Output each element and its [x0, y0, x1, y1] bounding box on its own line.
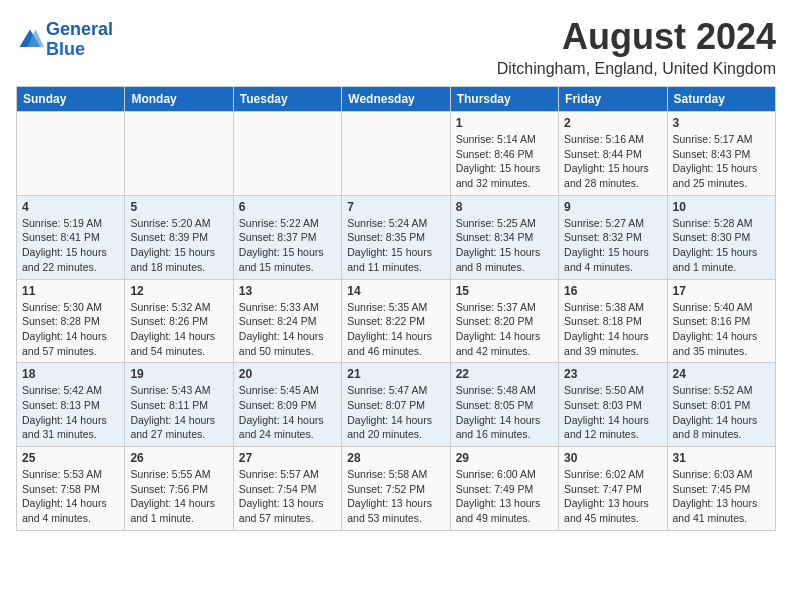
day-number: 17	[673, 284, 770, 298]
day-detail: Sunrise: 5:25 AM Sunset: 8:34 PM Dayligh…	[456, 216, 553, 275]
main-title: August 2024	[497, 16, 776, 58]
column-header-tuesday: Tuesday	[233, 87, 341, 112]
column-header-thursday: Thursday	[450, 87, 558, 112]
calendar-week-row: 11Sunrise: 5:30 AM Sunset: 8:28 PM Dayli…	[17, 279, 776, 363]
day-detail: Sunrise: 5:17 AM Sunset: 8:43 PM Dayligh…	[673, 132, 770, 191]
calendar-cell: 21Sunrise: 5:47 AM Sunset: 8:07 PM Dayli…	[342, 363, 450, 447]
column-header-friday: Friday	[559, 87, 667, 112]
calendar-cell: 2Sunrise: 5:16 AM Sunset: 8:44 PM Daylig…	[559, 112, 667, 196]
calendar-cell: 6Sunrise: 5:22 AM Sunset: 8:37 PM Daylig…	[233, 195, 341, 279]
day-detail: Sunrise: 5:58 AM Sunset: 7:52 PM Dayligh…	[347, 467, 444, 526]
day-number: 20	[239, 367, 336, 381]
calendar-cell: 28Sunrise: 5:58 AM Sunset: 7:52 PM Dayli…	[342, 447, 450, 531]
calendar-header-row: SundayMondayTuesdayWednesdayThursdayFrid…	[17, 87, 776, 112]
calendar-cell	[125, 112, 233, 196]
calendar-cell: 17Sunrise: 5:40 AM Sunset: 8:16 PM Dayli…	[667, 279, 775, 363]
day-number: 27	[239, 451, 336, 465]
day-detail: Sunrise: 5:28 AM Sunset: 8:30 PM Dayligh…	[673, 216, 770, 275]
day-number: 14	[347, 284, 444, 298]
calendar-cell: 30Sunrise: 6:02 AM Sunset: 7:47 PM Dayli…	[559, 447, 667, 531]
day-number: 12	[130, 284, 227, 298]
day-detail: Sunrise: 5:57 AM Sunset: 7:54 PM Dayligh…	[239, 467, 336, 526]
calendar-week-row: 4Sunrise: 5:19 AM Sunset: 8:41 PM Daylig…	[17, 195, 776, 279]
calendar-cell: 19Sunrise: 5:43 AM Sunset: 8:11 PM Dayli…	[125, 363, 233, 447]
day-detail: Sunrise: 5:53 AM Sunset: 7:58 PM Dayligh…	[22, 467, 119, 526]
calendar-cell: 10Sunrise: 5:28 AM Sunset: 8:30 PM Dayli…	[667, 195, 775, 279]
calendar-cell: 16Sunrise: 5:38 AM Sunset: 8:18 PM Dayli…	[559, 279, 667, 363]
column-header-saturday: Saturday	[667, 87, 775, 112]
day-number: 25	[22, 451, 119, 465]
day-detail: Sunrise: 5:35 AM Sunset: 8:22 PM Dayligh…	[347, 300, 444, 359]
calendar-week-row: 1Sunrise: 5:14 AM Sunset: 8:46 PM Daylig…	[17, 112, 776, 196]
calendar-cell: 7Sunrise: 5:24 AM Sunset: 8:35 PM Daylig…	[342, 195, 450, 279]
day-number: 16	[564, 284, 661, 298]
calendar-cell: 27Sunrise: 5:57 AM Sunset: 7:54 PM Dayli…	[233, 447, 341, 531]
calendar-cell: 14Sunrise: 5:35 AM Sunset: 8:22 PM Dayli…	[342, 279, 450, 363]
subtitle: Ditchingham, England, United Kingdom	[497, 60, 776, 78]
day-detail: Sunrise: 6:00 AM Sunset: 7:49 PM Dayligh…	[456, 467, 553, 526]
logo-icon	[16, 26, 44, 54]
day-detail: Sunrise: 6:03 AM Sunset: 7:45 PM Dayligh…	[673, 467, 770, 526]
day-number: 21	[347, 367, 444, 381]
day-detail: Sunrise: 5:37 AM Sunset: 8:20 PM Dayligh…	[456, 300, 553, 359]
calendar-cell: 24Sunrise: 5:52 AM Sunset: 8:01 PM Dayli…	[667, 363, 775, 447]
day-detail: Sunrise: 5:30 AM Sunset: 8:28 PM Dayligh…	[22, 300, 119, 359]
day-number: 2	[564, 116, 661, 130]
calendar-cell	[233, 112, 341, 196]
day-number: 28	[347, 451, 444, 465]
calendar-cell: 29Sunrise: 6:00 AM Sunset: 7:49 PM Dayli…	[450, 447, 558, 531]
day-detail: Sunrise: 5:33 AM Sunset: 8:24 PM Dayligh…	[239, 300, 336, 359]
day-detail: Sunrise: 5:27 AM Sunset: 8:32 PM Dayligh…	[564, 216, 661, 275]
calendar-cell: 4Sunrise: 5:19 AM Sunset: 8:41 PM Daylig…	[17, 195, 125, 279]
day-number: 8	[456, 200, 553, 214]
day-detail: Sunrise: 5:32 AM Sunset: 8:26 PM Dayligh…	[130, 300, 227, 359]
day-number: 10	[673, 200, 770, 214]
calendar-cell: 23Sunrise: 5:50 AM Sunset: 8:03 PM Dayli…	[559, 363, 667, 447]
day-number: 24	[673, 367, 770, 381]
logo-text: General Blue	[46, 20, 113, 60]
day-number: 3	[673, 116, 770, 130]
column-header-sunday: Sunday	[17, 87, 125, 112]
calendar-cell: 5Sunrise: 5:20 AM Sunset: 8:39 PM Daylig…	[125, 195, 233, 279]
day-detail: Sunrise: 5:43 AM Sunset: 8:11 PM Dayligh…	[130, 383, 227, 442]
day-detail: Sunrise: 5:48 AM Sunset: 8:05 PM Dayligh…	[456, 383, 553, 442]
calendar-cell: 3Sunrise: 5:17 AM Sunset: 8:43 PM Daylig…	[667, 112, 775, 196]
day-number: 13	[239, 284, 336, 298]
calendar-cell	[17, 112, 125, 196]
calendar-cell	[342, 112, 450, 196]
day-number: 15	[456, 284, 553, 298]
day-detail: Sunrise: 5:52 AM Sunset: 8:01 PM Dayligh…	[673, 383, 770, 442]
column-header-monday: Monday	[125, 87, 233, 112]
day-number: 4	[22, 200, 119, 214]
day-detail: Sunrise: 5:55 AM Sunset: 7:56 PM Dayligh…	[130, 467, 227, 526]
day-number: 6	[239, 200, 336, 214]
day-detail: Sunrise: 5:45 AM Sunset: 8:09 PM Dayligh…	[239, 383, 336, 442]
calendar-cell: 9Sunrise: 5:27 AM Sunset: 8:32 PM Daylig…	[559, 195, 667, 279]
day-detail: Sunrise: 5:50 AM Sunset: 8:03 PM Dayligh…	[564, 383, 661, 442]
day-detail: Sunrise: 5:16 AM Sunset: 8:44 PM Dayligh…	[564, 132, 661, 191]
page-header: General Blue August 2024 Ditchingham, En…	[16, 16, 776, 78]
day-detail: Sunrise: 5:38 AM Sunset: 8:18 PM Dayligh…	[564, 300, 661, 359]
calendar-cell: 13Sunrise: 5:33 AM Sunset: 8:24 PM Dayli…	[233, 279, 341, 363]
logo: General Blue	[16, 20, 113, 60]
calendar-week-row: 18Sunrise: 5:42 AM Sunset: 8:13 PM Dayli…	[17, 363, 776, 447]
day-detail: Sunrise: 5:19 AM Sunset: 8:41 PM Dayligh…	[22, 216, 119, 275]
day-number: 26	[130, 451, 227, 465]
calendar-cell: 1Sunrise: 5:14 AM Sunset: 8:46 PM Daylig…	[450, 112, 558, 196]
calendar-cell: 15Sunrise: 5:37 AM Sunset: 8:20 PM Dayli…	[450, 279, 558, 363]
day-detail: Sunrise: 5:40 AM Sunset: 8:16 PM Dayligh…	[673, 300, 770, 359]
title-block: August 2024 Ditchingham, England, United…	[497, 16, 776, 78]
calendar-cell: 20Sunrise: 5:45 AM Sunset: 8:09 PM Dayli…	[233, 363, 341, 447]
day-number: 30	[564, 451, 661, 465]
day-number: 1	[456, 116, 553, 130]
calendar-cell: 18Sunrise: 5:42 AM Sunset: 8:13 PM Dayli…	[17, 363, 125, 447]
column-header-wednesday: Wednesday	[342, 87, 450, 112]
calendar-cell: 12Sunrise: 5:32 AM Sunset: 8:26 PM Dayli…	[125, 279, 233, 363]
day-number: 5	[130, 200, 227, 214]
calendar-cell: 31Sunrise: 6:03 AM Sunset: 7:45 PM Dayli…	[667, 447, 775, 531]
day-detail: Sunrise: 5:24 AM Sunset: 8:35 PM Dayligh…	[347, 216, 444, 275]
day-detail: Sunrise: 6:02 AM Sunset: 7:47 PM Dayligh…	[564, 467, 661, 526]
calendar-week-row: 25Sunrise: 5:53 AM Sunset: 7:58 PM Dayli…	[17, 447, 776, 531]
day-detail: Sunrise: 5:14 AM Sunset: 8:46 PM Dayligh…	[456, 132, 553, 191]
day-number: 11	[22, 284, 119, 298]
